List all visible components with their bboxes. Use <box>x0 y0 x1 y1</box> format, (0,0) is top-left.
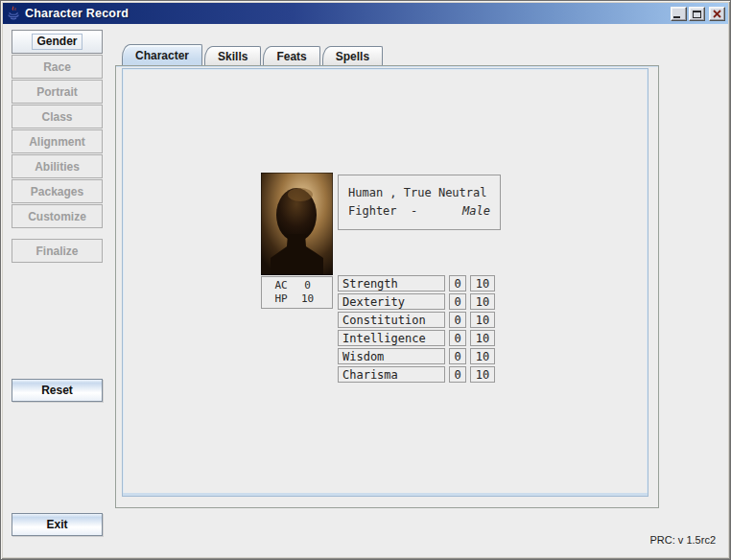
maximize-button[interactable] <box>689 7 705 21</box>
sidebar-item-abilities[interactable]: Abilities <box>12 154 103 178</box>
titlebar[interactable]: Character Record <box>3 3 728 24</box>
table-row: Wisdom 0 10 <box>338 348 495 364</box>
race-alignment-text: Human , True Neutral <box>348 184 490 202</box>
close-icon <box>712 9 722 19</box>
class-text: Fighter - <box>348 202 417 221</box>
ability-score: 10 <box>470 312 495 328</box>
exit-button-label: Exit <box>46 518 67 531</box>
ability-modifier: 0 <box>449 366 466 383</box>
sidebar-item-alignment[interactable]: Alignment <box>12 129 103 153</box>
ability-modifier: 0 <box>449 275 466 292</box>
tab-label: Spells <box>336 50 369 63</box>
ability-name: Constitution <box>338 312 445 328</box>
sidebar-item-label: Customize <box>28 210 86 223</box>
window-controls <box>671 7 725 21</box>
hp-label: HP <box>275 292 296 306</box>
table-row: Charisma 0 10 <box>338 366 495 383</box>
version-status-label: PRC: v 1.5rc2 <box>650 534 716 546</box>
maximize-icon <box>693 11 701 18</box>
tab-character[interactable]: Character <box>122 44 202 65</box>
minimize-icon <box>673 16 680 18</box>
java-icon <box>6 6 21 21</box>
sidebar-item-label: Gender <box>32 34 82 50</box>
table-row: Strength 0 10 <box>338 275 495 292</box>
ability-table: Strength 0 10 Dexterity 0 10 Constitutio… <box>338 275 495 385</box>
ability-score: 10 <box>470 366 495 383</box>
ability-score: 10 <box>470 293 495 310</box>
hp-value: 10 <box>296 292 319 306</box>
ability-modifier: 0 <box>449 312 466 328</box>
sidebar-item-label: Race <box>43 60 71 74</box>
exit-button[interactable]: Exit <box>12 513 103 536</box>
sidebar-item-label: Class <box>41 110 72 124</box>
sidebar-item-class[interactable]: Class <box>12 105 103 128</box>
ability-score: 10 <box>470 275 495 292</box>
sidebar-item-race[interactable]: Race <box>12 55 103 79</box>
tab-label: Feats <box>276 50 306 63</box>
reset-button-label: Reset <box>41 384 73 397</box>
tab-spells[interactable]: Spells <box>322 46 383 65</box>
table-row: Dexterity 0 10 <box>338 293 495 310</box>
ability-modifier: 0 <box>449 330 466 346</box>
vitals-box: AC 0 HP 10 <box>261 276 333 309</box>
ability-name: Dexterity <box>338 293 445 310</box>
tab-skills[interactable]: Skills <box>204 46 261 65</box>
tab-label: Character <box>135 49 189 62</box>
portrait-image <box>261 173 333 275</box>
ability-name: Intelligence <box>338 330 445 346</box>
hp-row: HP 10 <box>275 292 319 306</box>
sidebar-item-customize[interactable]: Customize <box>12 204 103 228</box>
sidebar-item-label: Finalize <box>35 245 78 258</box>
ability-name: Charisma <box>338 366 445 383</box>
ability-name: Strength <box>338 275 445 292</box>
table-row: Constitution 0 10 <box>338 312 495 328</box>
character-summary-box: Human , True Neutral Fighter - Male <box>338 175 501 230</box>
gender-text: Male <box>462 202 490 221</box>
tab-bar: Character Skills Feats Spells <box>115 44 659 65</box>
window-title: Character Record <box>25 7 129 20</box>
sidebar: Gender Race Portrait Class Alignment Abi… <box>12 30 103 264</box>
close-button[interactable] <box>709 7 725 21</box>
tab-label: Skills <box>218 50 248 63</box>
sidebar-item-portrait[interactable]: Portrait <box>12 80 103 104</box>
window-body: Gender Race Portrait Class Alignment Abi… <box>3 24 728 557</box>
ac-value: 0 <box>296 279 319 292</box>
ability-score: 10 <box>470 348 495 364</box>
sidebar-item-label: Abilities <box>35 160 80 174</box>
ac-row: AC 0 <box>275 279 319 292</box>
sidebar-item-packages[interactable]: Packages <box>12 179 103 203</box>
table-row: Intelligence 0 10 <box>338 330 495 346</box>
sidebar-item-label: Portrait <box>36 85 78 99</box>
sidebar-item-label: Packages <box>31 185 83 198</box>
ability-name: Wisdom <box>338 348 445 364</box>
minimize-button[interactable] <box>671 7 687 21</box>
app-window: Character Record Gender Race Portrait Cl… <box>0 0 731 560</box>
reset-button[interactable]: Reset <box>12 379 103 402</box>
sidebar-item-label: Alignment <box>29 135 85 149</box>
ability-score: 10 <box>470 330 495 346</box>
ac-label: AC <box>275 279 296 292</box>
tab-feats[interactable]: Feats <box>263 46 319 65</box>
class-gender-line: Fighter - Male <box>348 202 490 221</box>
sidebar-item-finalize[interactable]: Finalize <box>12 239 103 263</box>
ability-modifier: 0 <box>449 293 466 310</box>
ability-modifier: 0 <box>449 348 466 364</box>
sidebar-item-gender[interactable]: Gender <box>12 30 103 54</box>
